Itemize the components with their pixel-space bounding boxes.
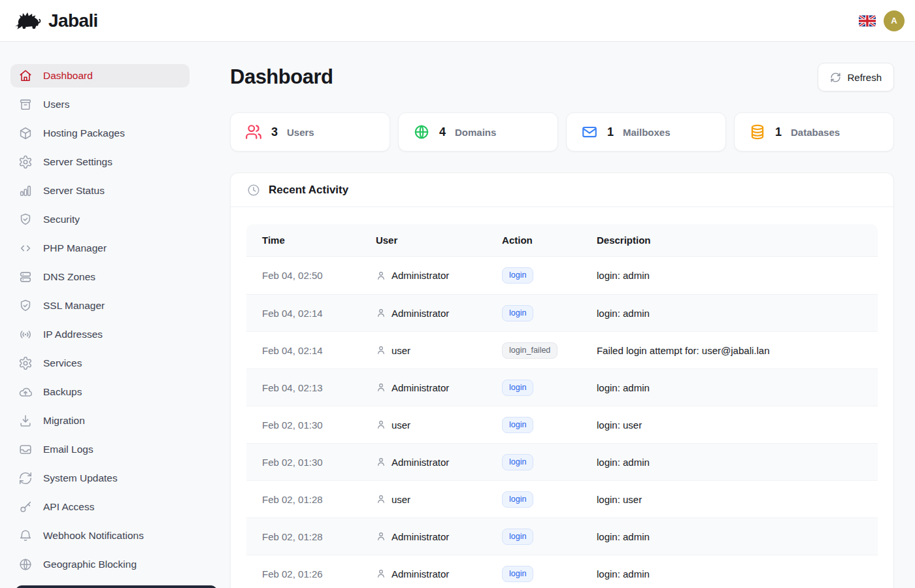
column-header-action: Action <box>486 235 581 246</box>
stat-label: Users <box>287 127 314 138</box>
code-icon <box>18 241 33 255</box>
cell-description: login: admin <box>581 382 878 393</box>
language-flag-icon[interactable] <box>859 15 876 27</box>
table-row: Feb 04, 02:50Administratorloginlogin: ad… <box>246 257 878 294</box>
cell-action: login_failed <box>486 342 581 359</box>
sidebar-item-label: PHP Manager <box>43 242 107 254</box>
stat-card-mailboxes: 1Mailboxes <box>566 112 726 152</box>
cell-time: Feb 04, 02:50 <box>246 270 360 281</box>
bell-icon <box>18 529 33 543</box>
table-row: Feb 02, 01:28Administratorloginlogin: ad… <box>246 517 878 555</box>
stat-count: 1 <box>775 125 782 139</box>
sidebar-item-label: Users <box>43 99 69 110</box>
person-icon <box>376 345 386 355</box>
sidebar-item-label: Webhook Notifications <box>43 530 144 542</box>
stat-count: 4 <box>439 125 446 139</box>
sidebar-item-label: Backups <box>43 386 82 398</box>
cell-description: login: user <box>581 419 878 431</box>
sidebar-item-ssl-manager[interactable]: SSL Manager <box>10 294 190 318</box>
main-content: Dashboard Refresh 3Users4Domains1Mailbox… <box>230 42 915 588</box>
stat-label: Mailboxes <box>623 127 671 138</box>
cell-description: login: admin <box>581 531 878 542</box>
cell-description: login: user <box>581 494 878 505</box>
sidebar-item-ip-addresses[interactable]: IP Addresses <box>10 323 190 346</box>
sidebar-bottom-bar <box>16 585 217 588</box>
cell-user: Administrator <box>360 531 486 542</box>
sidebar-item-label: Email Logs <box>43 444 93 455</box>
sidebar-item-label: Geographic Blocking <box>43 559 137 570</box>
key-icon <box>18 500 33 514</box>
inbox-icon <box>18 442 33 457</box>
cell-user: user <box>360 494 486 505</box>
activity-table-rows: Feb 04, 02:50Administratorloginlogin: ad… <box>246 257 878 588</box>
sidebar-item-server-settings[interactable]: Server Settings <box>10 150 190 174</box>
cell-description: login: admin <box>581 568 878 580</box>
cell-time: Feb 02, 01:28 <box>246 531 360 542</box>
cell-action: login <box>486 529 581 545</box>
action-badge: login <box>502 566 533 582</box>
sidebar-item-dns-zones[interactable]: DNS Zones <box>10 265 190 289</box>
person-icon <box>376 308 386 318</box>
person-icon <box>376 419 386 430</box>
cell-action: login <box>486 454 581 470</box>
sidebar-item-dashboard[interactable]: Dashboard <box>10 64 190 88</box>
action-badge: login <box>502 305 533 321</box>
sidebar-item-label: Hosting Packages <box>43 127 125 139</box>
mail-icon <box>581 123 598 140</box>
action-badge: login <box>502 380 533 396</box>
sidebar-item-label: Server Settings <box>43 156 112 168</box>
bar-chart-icon <box>18 184 33 198</box>
cell-action: login <box>486 305 581 321</box>
person-icon <box>376 531 386 542</box>
sidebar-item-migration[interactable]: Migration <box>10 409 190 433</box>
brand-name: Jabali <box>48 10 98 31</box>
cell-time: Feb 02, 01:30 <box>246 419 360 431</box>
gear-icon <box>18 356 33 370</box>
column-header-time: Time <box>246 235 360 246</box>
sidebar-item-label: DNS Zones <box>43 271 95 283</box>
table-row: Feb 04, 02:14Administratorloginlogin: ad… <box>246 294 878 331</box>
sidebar-item-label: Services <box>43 357 82 369</box>
person-icon <box>376 382 386 393</box>
table-row: Feb 02, 01:30userloginlogin: user <box>246 406 878 443</box>
top-bar: Jabali A <box>0 0 915 42</box>
sidebar-item-services[interactable]: Services <box>10 351 190 375</box>
recent-activity-title: Recent Activity <box>269 184 348 197</box>
sidebar-item-geographic-blocking[interactable]: Geographic Blocking <box>10 553 190 576</box>
sidebar-item-security[interactable]: Security <box>10 208 190 231</box>
table-row: Feb 02, 01:30Administratorloginlogin: ad… <box>246 443 878 480</box>
sidebar-item-backups[interactable]: Backups <box>10 380 190 404</box>
sidebar-item-hosting-packages[interactable]: Hosting Packages <box>10 122 190 145</box>
brand: Jabali <box>13 10 98 31</box>
sidebar-item-php-manager[interactable]: PHP Manager <box>10 237 190 260</box>
cell-description: login: admin <box>581 308 878 319</box>
sidebar-item-label: API Access <box>43 501 94 513</box>
sidebar-item-label: Server Status <box>43 185 105 197</box>
refresh-button[interactable]: Refresh <box>818 63 894 91</box>
sidebar-item-system-updates[interactable]: System Updates <box>10 466 190 490</box>
person-icon <box>376 494 386 504</box>
cell-user: Administrator <box>360 382 486 393</box>
stat-label: Databases <box>791 127 840 138</box>
stat-label: Domains <box>455 127 496 138</box>
cell-time: Feb 02, 01:30 <box>246 457 360 468</box>
server-stack-icon <box>18 270 33 284</box>
sidebar-item-webhook-notifications[interactable]: Webhook Notifications <box>10 524 190 547</box>
sidebar-item-server-status[interactable]: Server Status <box>10 179 190 203</box>
person-icon <box>376 457 386 467</box>
sidebar-item-users[interactable]: Users <box>10 93 190 116</box>
cell-description: login: admin <box>581 457 878 468</box>
cell-action: login <box>486 267 581 284</box>
sidebar: DashboardUsersHosting PackagesServer Set… <box>0 42 230 588</box>
sidebar-item-label: IP Addresses <box>43 329 103 340</box>
user-avatar[interactable]: A <box>884 10 905 31</box>
recent-activity-card: Recent Activity TimeUserActionDescriptio… <box>230 172 894 588</box>
broadcast-icon <box>18 327 33 342</box>
cell-action: login <box>486 566 581 582</box>
archive-icon <box>18 97 33 112</box>
table-row: Feb 02, 01:28userloginlogin: user <box>246 480 878 517</box>
stat-count: 1 <box>607 125 614 139</box>
cell-user: user <box>360 345 486 356</box>
sidebar-item-api-access[interactable]: API Access <box>10 495 190 519</box>
sidebar-item-email-logs[interactable]: Email Logs <box>10 438 190 461</box>
